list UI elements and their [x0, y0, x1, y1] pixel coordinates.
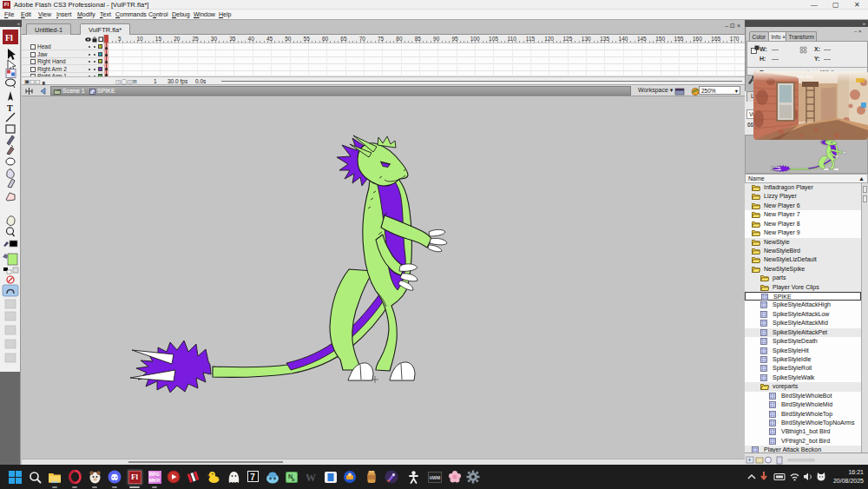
svg-text:b: b	[292, 477, 295, 482]
svg-text:T: T	[7, 103, 13, 113]
svg-text:+: +	[748, 457, 752, 463]
svg-text:Fl: Fl	[5, 33, 13, 43]
svg-text:dust alley: dust alley	[797, 75, 814, 79]
svg-text:W: W	[306, 472, 316, 484]
